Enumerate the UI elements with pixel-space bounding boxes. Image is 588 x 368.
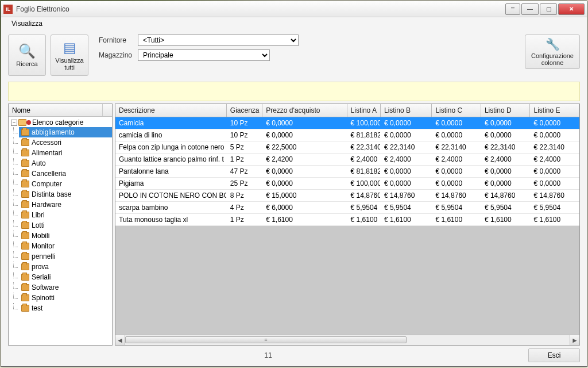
- visualizza-tutti-button[interactable]: ▤ Visualizza tutti: [51, 34, 88, 76]
- tree-item-accessori[interactable]: Accessori: [19, 137, 112, 148]
- cell: 1 Pz: [227, 214, 262, 225]
- grid-body[interactable]: Camicia10 Pz€ 0,0000€ 100,0000€ 0,0000€ …: [115, 117, 579, 335]
- window-maximize-button[interactable]: ▢: [540, 3, 557, 15]
- column-header[interactable]: Descrizione: [115, 104, 227, 117]
- tree-item-hardware[interactable]: Hardware: [19, 200, 112, 210]
- tree-item-monitor[interactable]: Monitor: [19, 241, 112, 251]
- tree-item-mobili[interactable]: Mobili: [19, 231, 112, 241]
- cell: € 5,9504: [432, 202, 481, 213]
- cell: € 0,0000: [381, 129, 432, 141]
- tree-item-pennelli[interactable]: pennelli: [19, 251, 112, 262]
- cell: Guanto lattice arancio palmo rinf. t: [115, 154, 227, 165]
- menu-visualizza[interactable]: Visualizza: [7, 18, 47, 29]
- column-header[interactable]: Listino D: [481, 104, 531, 117]
- tree-item-label: Libri: [32, 211, 45, 219]
- magazzino-label: Magazzino: [99, 51, 133, 59]
- column-header[interactable]: Listino A: [347, 104, 381, 117]
- column-header[interactable]: Giacenza: [227, 104, 262, 117]
- cell: € 2,4200: [262, 154, 347, 165]
- cell: 4 Pz: [227, 202, 262, 213]
- ricerca-button[interactable]: 🔍 Ricerca: [8, 34, 46, 76]
- cell: € 14,8760: [530, 190, 579, 201]
- cell: € 22,3140: [381, 141, 432, 153]
- tree-item-label: Distinta base: [32, 190, 71, 198]
- table-row[interactable]: Pantalonne lana47 Pz€ 0,0000€ 81,8182€ 0…: [115, 166, 579, 178]
- tree-header[interactable]: Nome: [9, 104, 112, 117]
- cell: € 2,4000: [432, 154, 481, 165]
- tree-item-test[interactable]: test: [19, 303, 112, 313]
- folder-icon: [21, 160, 29, 167]
- cell: scarpa bambino: [115, 202, 227, 213]
- tree-item-label: test: [32, 304, 42, 312]
- folder-icon: [21, 222, 29, 229]
- window-help-button[interactable]: ⎻: [505, 3, 520, 15]
- tree-body[interactable]: − Elenco categorie abbigliamentoAccessor…: [9, 117, 112, 345]
- table-row[interactable]: Guanto lattice arancio palmo rinf. t1 Pz…: [115, 154, 579, 166]
- cell: Tuta monouso taglia xl: [115, 214, 227, 225]
- tree-item-cancelleria[interactable]: Cancelleria: [19, 168, 112, 179]
- tree-item-label: Software: [32, 283, 59, 292]
- cell: € 0,0000: [381, 166, 432, 177]
- scroll-right-button[interactable]: ►: [570, 335, 579, 345]
- cell: € 1,6100: [262, 214, 347, 225]
- table-row[interactable]: POLO IN COTONE NERO CON BORD8 Pz€ 15,000…: [115, 190, 579, 202]
- marker-icon: [26, 120, 31, 125]
- cell: € 1,6100: [347, 214, 381, 225]
- column-header[interactable]: Listino B: [381, 104, 432, 117]
- tree-item-distinta-base[interactable]: Distinta base: [19, 189, 112, 200]
- table-row[interactable]: scarpa bambino4 Pz€ 6,0000€ 5,9504€ 5,95…: [115, 202, 579, 214]
- cell: € 5,9504: [347, 202, 381, 213]
- tree-item-libri[interactable]: Libri: [19, 210, 112, 220]
- cell: 25 Pz: [227, 178, 262, 189]
- cell: € 0,0000: [432, 166, 481, 177]
- folder-icon: [21, 294, 29, 301]
- tree-item-label: abbigliamento: [32, 128, 75, 136]
- tree-root-node[interactable]: − Elenco categorie: [9, 118, 112, 127]
- scroll-left-button[interactable]: ◄: [115, 335, 125, 345]
- folder-icon: [21, 150, 29, 156]
- tree-item-alimentari[interactable]: Alimentari: [19, 148, 112, 158]
- tree-item-label: prova: [32, 263, 49, 271]
- tree-item-auto[interactable]: Auto: [19, 158, 112, 168]
- titlebar[interactable]: IL Foglio Elettronico ⎻ — ▢ ✕: [1, 1, 587, 17]
- scroll-track[interactable]: ≡: [125, 335, 570, 345]
- cell: 10 Pz: [227, 117, 262, 129]
- folder-icon: [21, 284, 29, 291]
- cell: € 81,8182: [347, 129, 381, 141]
- folder-icon: [21, 243, 29, 250]
- table-row[interactable]: Tuta monouso taglia xl1 Pz€ 1,6100€ 1,61…: [115, 214, 579, 226]
- window-close-button[interactable]: ✕: [558, 3, 585, 15]
- cell: € 14,8760: [381, 190, 432, 201]
- cell: € 0,0000: [432, 129, 481, 141]
- tree-item-prova[interactable]: prova: [19, 262, 112, 272]
- collapse-icon[interactable]: −: [11, 120, 17, 126]
- tree-item-label: Mobili: [32, 232, 49, 240]
- ricerca-label: Ricerca: [16, 60, 37, 67]
- cell: 8 Pz: [227, 190, 262, 201]
- table-row[interactable]: Pigiama25 Pz€ 0,0000€ 100,0000€ 0,0000€ …: [115, 178, 579, 190]
- tree-item-software[interactable]: Software: [19, 282, 112, 293]
- tree-item-spinotti[interactable]: Spinotti: [19, 293, 112, 303]
- cell: € 2,4000: [530, 154, 579, 165]
- app-window: IL Foglio Elettronico ⎻ — ▢ ✕ Visualizza…: [1, 1, 587, 367]
- config-colonne-button[interactable]: 🔧 Configurazione colonne: [525, 34, 580, 69]
- scroll-thumb[interactable]: ≡: [125, 336, 407, 343]
- exit-button[interactable]: Esci: [528, 348, 580, 362]
- tree-item-lotti[interactable]: Lotti: [19, 220, 112, 231]
- fornitore-select[interactable]: <Tutti>: [138, 34, 299, 46]
- tree-item-abbigliamento[interactable]: abbigliamento: [19, 127, 112, 137]
- tree-item-seriali[interactable]: Seriali: [19, 272, 112, 282]
- magazzino-select[interactable]: Principale: [138, 49, 270, 61]
- window-minimize-button[interactable]: —: [521, 3, 539, 15]
- tree-item-label: Hardware: [32, 201, 61, 209]
- table-row[interactable]: Camicia10 Pz€ 0,0000€ 100,0000€ 0,0000€ …: [115, 117, 579, 129]
- horizontal-scrollbar[interactable]: ◄ ≡ ►: [115, 335, 579, 345]
- exit-label: Esci: [548, 351, 561, 359]
- cell: € 22,3140: [530, 141, 579, 153]
- table-row[interactable]: Felpa con zip lunga in cotone nero5 Pz€ …: [115, 141, 579, 154]
- column-header[interactable]: Prezzo d'acquisto: [262, 104, 347, 117]
- column-header[interactable]: Listino C: [432, 104, 481, 117]
- table-row[interactable]: camicia di lino10 Pz€ 0,0000€ 81,8182€ 0…: [115, 129, 579, 141]
- tree-item-computer[interactable]: Computer: [19, 179, 112, 189]
- column-header[interactable]: Listino E: [530, 104, 579, 117]
